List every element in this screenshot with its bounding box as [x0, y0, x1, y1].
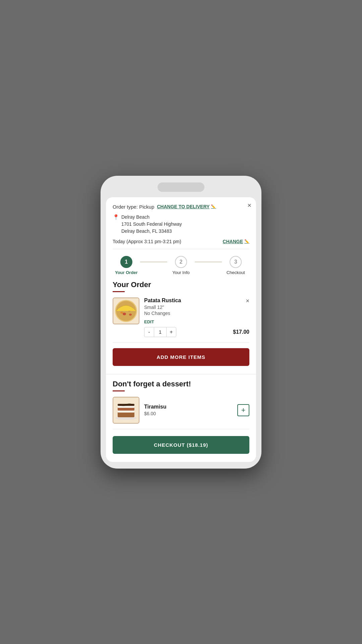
location-row: 📍 Delray Beach 1701 South Federal Highwa… [113, 214, 249, 235]
order-type-label: Order type: Pickup [113, 204, 154, 210]
order-item-patata: × Patata Rustica Small 12" No Changes ED… [113, 298, 249, 343]
step-2-label: Your Info [172, 270, 190, 275]
step-3-circle: 3 [230, 256, 242, 268]
item-name: Patata Rustica [144, 298, 249, 304]
dessert-name: Tiramisu [144, 404, 233, 410]
item-size: Small 12" [144, 305, 249, 310]
your-order-title: Your Order [113, 280, 249, 289]
item-edit-link[interactable]: EDIT [144, 319, 249, 324]
quantity-value: 1 [154, 327, 166, 337]
modal-header: Order type: Pickup CHANGE TO DELIVERY ✏️… [106, 197, 256, 249]
dessert-section-underline [113, 390, 125, 391]
your-order-section: Your Order [106, 280, 256, 343]
checkout-button[interactable]: CHECKOUT ($18.19) [113, 436, 249, 454]
steps-container: 1 Your Order 2 Your Info 3 Checkout [106, 249, 256, 280]
time-label: Today (Approx 3:11 pm-3:21 pm) [113, 239, 181, 244]
quantity-increase-button[interactable]: + [166, 327, 176, 337]
location-pin-icon: 📍 [113, 214, 119, 220]
order-type-row: Order type: Pickup CHANGE TO DELIVERY ✏️ [113, 204, 249, 210]
modal-close-button[interactable]: × [247, 202, 251, 209]
change-delivery-link[interactable]: CHANGE TO DELIVERY ✏️ [157, 204, 216, 209]
step-2-circle: 2 [175, 256, 187, 268]
dessert-price: $6.00 [144, 411, 233, 416]
tiramisu-image [113, 397, 139, 424]
item-image-patata [113, 298, 139, 324]
location-city: Delray Beach, FL 33483 [121, 228, 182, 235]
add-tiramisu-button[interactable]: + [237, 404, 249, 416]
item-price: $17.00 [233, 329, 249, 335]
item-quantity-row: - 1 + $17.00 [144, 327, 249, 337]
section-underline [113, 291, 125, 292]
svg-point-5 [129, 314, 132, 316]
pencil-time-icon: ✏️ [244, 239, 249, 244]
dessert-details-tiramisu: Tiramisu $6.00 [144, 404, 233, 416]
dessert-section-title: Don't forget a dessert! [113, 380, 249, 388]
svg-point-4 [123, 313, 126, 315]
svg-point-6 [120, 312, 123, 314]
location-text: Delray Beach 1701 South Federal Highway … [121, 214, 182, 235]
item-remove-button[interactable]: × [246, 298, 249, 305]
change-time-link[interactable]: CHANGE ✏️ [223, 239, 249, 244]
step-3: 3 Checkout [222, 256, 249, 275]
item-changes: No Changes [144, 311, 249, 316]
dessert-section: Don't forget a dessert! [106, 374, 256, 429]
phone-notch [158, 182, 204, 192]
step-1-circle: 1 [120, 256, 132, 268]
phone-wrapper: × Order type: Pickup CHANGE TO DELIVERY … [101, 176, 261, 469]
step-1-label: Your Order [115, 270, 138, 275]
location-address: 1701 South Federal Highway [121, 221, 182, 228]
step-2: 2 Your Info [167, 256, 195, 275]
pencil-icon: ✏️ [211, 204, 216, 209]
item-details-patata: × Patata Rustica Small 12" No Changes ED… [144, 298, 249, 337]
step-connector-2 [195, 262, 222, 262]
step-connector-1 [140, 262, 168, 262]
time-row: Today (Approx 3:11 pm-3:21 pm) CHANGE ✏️ [113, 239, 249, 249]
add-more-items-button[interactable]: ADD MORE ITEMS [113, 348, 249, 366]
svg-rect-9 [118, 412, 134, 417]
location-name: Delray Beach [121, 214, 182, 221]
step-3-label: Checkout [227, 270, 245, 275]
order-modal: × Order type: Pickup CHANGE TO DELIVERY … [106, 197, 256, 462]
quantity-decrease-button[interactable]: - [144, 327, 154, 337]
dessert-item-tiramisu: Tiramisu $6.00 + [113, 397, 249, 429]
step-1: 1 Your Order [113, 256, 140, 275]
